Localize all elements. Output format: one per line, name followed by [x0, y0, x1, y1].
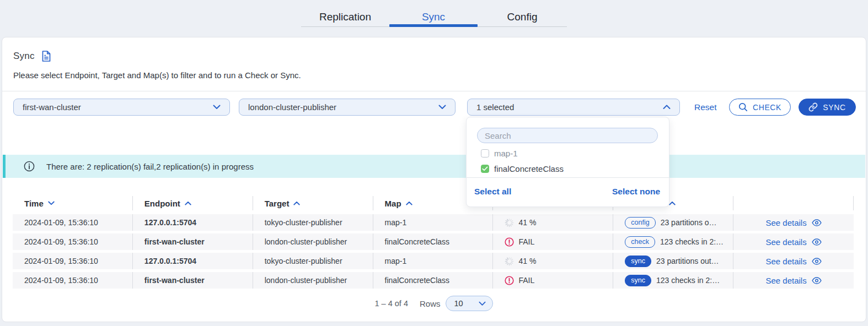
link-icon	[808, 102, 818, 112]
maps-select[interactable]: 1 selected	[467, 99, 680, 116]
cell-target: london-cluster-publisher	[253, 272, 373, 289]
page-subtitle: Please select Endpoint, Target and Map(s…	[13, 70, 301, 80]
see-details-link[interactable]: See details	[765, 276, 821, 285]
sort-asc-icon	[406, 201, 412, 205]
endpoint-select-value: first-wan-cluster	[23, 102, 213, 112]
cell-status: FAIL	[493, 233, 613, 250]
cell-time: 2024-01-09, 15:36:10	[13, 233, 133, 250]
cell-status: 41 %	[493, 253, 613, 269]
time-value: 2024-01-09, 15:36:10	[24, 237, 98, 246]
tab-config-label: Config	[507, 11, 538, 23]
filters-divider	[2, 91, 866, 91]
select-all-link[interactable]: Select all	[474, 187, 511, 197]
map-value: finalConcreteClass	[385, 276, 450, 285]
time-value: 2024-01-09, 15:36:10	[24, 218, 98, 227]
pagination: 1 – 4 of 4 Rows 10	[2, 296, 866, 311]
endpoint-value: first-wan-cluster	[144, 237, 205, 246]
cell-time: 2024-01-09, 15:36:10	[13, 272, 133, 289]
sort-asc-icon	[293, 201, 300, 205]
cell-event: check123 checks in 2:…	[613, 233, 733, 250]
cell-action: See details	[733, 253, 854, 269]
tab-sync[interactable]: Sync	[389, 0, 478, 27]
event-type-badge: sync	[625, 275, 651, 286]
endpoint-value: 127.0.0.1:5704	[144, 257, 196, 265]
cell-endpoint: first-wan-cluster	[133, 272, 253, 289]
status-text: FAIL	[518, 237, 534, 246]
document-icon[interactable]	[42, 51, 51, 62]
select-none-link[interactable]: Select none	[612, 187, 660, 197]
column-header-endpoint[interactable]: Endpoint	[133, 196, 253, 210]
alert-text: There are: 2 replication(s) fail,2 repli…	[46, 162, 254, 171]
endpoint-value: 127.0.0.1:5704	[144, 218, 196, 227]
maps-dropdown-panel: map-1 finalConcreteClass Select all Sele…	[466, 117, 669, 207]
maps-select-value: 1 selected	[476, 102, 663, 112]
cell-map: map-1	[373, 214, 494, 231]
chevron-down-icon	[479, 301, 486, 306]
eye-icon	[812, 277, 822, 284]
see-details-link[interactable]: See details	[765, 257, 821, 266]
status-text: 41 %	[518, 218, 536, 227]
column-header-target[interactable]: Target	[253, 196, 373, 210]
cell-event: sync123 checks in 2:…	[613, 272, 733, 289]
cell-target: tokyo-cluster-publisher	[253, 214, 373, 231]
reset-button[interactable]: Reset	[694, 99, 717, 116]
event-type-badge: check	[625, 236, 655, 248]
sort-asc-icon	[669, 201, 676, 205]
maps-search-input[interactable]	[477, 128, 658, 143]
target-value: london-cluster-publisher	[265, 237, 347, 246]
event-type-badge: config	[625, 217, 655, 229]
progress-spinner-icon	[505, 257, 514, 266]
cell-target: tokyo-cluster-publisher	[253, 253, 373, 269]
cell-endpoint: first-wan-cluster	[133, 233, 253, 250]
checkbox-unchecked[interactable]	[481, 149, 489, 157]
check-button[interactable]: CHECK	[729, 99, 791, 116]
map-option-map-1[interactable]: map-1	[481, 145, 518, 161]
cell-endpoint: 127.0.0.1:5704	[133, 253, 253, 269]
see-details-label: See details	[765, 218, 806, 227]
cell-event: sync23 partitions out…	[613, 253, 733, 269]
cell-status: FAIL	[493, 272, 613, 289]
checkbox-checked[interactable]	[481, 165, 489, 173]
column-header-time[interactable]: Time	[13, 196, 133, 210]
cell-action: See details	[733, 272, 854, 289]
target-select[interactable]: london-cluster-publisher	[239, 99, 456, 116]
check-button-label: CHECK	[753, 103, 781, 112]
map-option-finalconcreteclass[interactable]: finalConcreteClass	[481, 161, 564, 176]
map-value: map-1	[385, 218, 407, 227]
map-option-label: map-1	[494, 149, 518, 158]
target-value: tokyo-cluster-publisher	[265, 218, 342, 227]
sync-button[interactable]: SYNC	[799, 99, 856, 116]
chevron-up-icon	[663, 105, 671, 110]
time-value: 2024-01-09, 15:36:10	[24, 257, 98, 265]
tab-replication[interactable]: Replication	[301, 0, 389, 27]
event-text: 123 checks in 2:…	[656, 276, 720, 285]
cell-target: london-cluster-publisher	[253, 233, 373, 250]
target-value: tokyo-cluster-publisher	[265, 257, 342, 265]
target-select-value: london-cluster-publisher	[248, 102, 438, 112]
column-label: Map	[385, 199, 401, 208]
column-label: Target	[265, 199, 290, 208]
table-row: 2024-01-09, 15:36:10first-wan-clusterlon…	[13, 272, 854, 289]
info-icon	[24, 161, 35, 172]
see-details-link[interactable]: See details	[765, 218, 821, 227]
see-details-link[interactable]: See details	[765, 237, 821, 247]
sort-asc-icon	[185, 201, 191, 205]
time-value: 2024-01-09, 15:36:10	[24, 276, 98, 285]
progress-spinner-icon	[505, 218, 514, 227]
fail-icon	[505, 276, 514, 285]
status-text: 41 %	[518, 257, 536, 265]
cell-time: 2024-01-09, 15:36:10	[13, 214, 133, 231]
tabs-bar: Replication Sync Config	[301, 0, 567, 27]
rows-per-page-select[interactable]: 10	[446, 296, 493, 311]
table-row: 2024-01-09, 15:36:10127.0.0.1:5704tokyo-…	[13, 253, 854, 269]
event-text: 23 partitions out…	[656, 257, 719, 265]
sync-table: TimeEndpointTargetMap 2024-01-09, 15:36:…	[13, 196, 854, 291]
column-header-6	[733, 196, 854, 210]
see-details-label: See details	[765, 257, 806, 266]
table-header-row: TimeEndpointTargetMap	[13, 196, 854, 210]
page-title: Sync	[13, 51, 35, 62]
eye-icon	[812, 219, 822, 226]
endpoint-select[interactable]: first-wan-cluster	[13, 99, 230, 116]
tab-config[interactable]: Config	[478, 0, 566, 27]
cell-status: 41 %	[493, 214, 613, 231]
